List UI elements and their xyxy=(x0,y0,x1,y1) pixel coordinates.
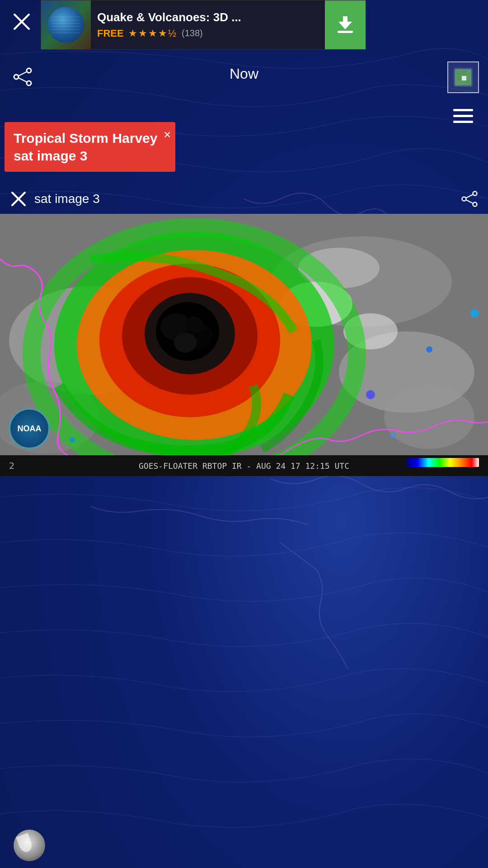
download-icon xyxy=(334,14,357,36)
svg-point-48 xyxy=(390,433,396,438)
svg-point-20 xyxy=(462,197,466,201)
now-label: Now xyxy=(230,66,258,82)
app-icon-bottom xyxy=(14,830,45,861)
panel-share-icon xyxy=(461,190,478,208)
svg-line-7 xyxy=(19,72,27,76)
panel-title: sat image 3 xyxy=(30,192,458,206)
share-button[interactable] xyxy=(9,63,36,90)
ad-subtitle: FREE ★★★★½ (138) xyxy=(97,28,319,39)
svg-point-47 xyxy=(470,309,479,317)
storm-label-tag: Tropical Storm Harvey sat image 3 × xyxy=(5,122,175,172)
svg-text:GOES-FLOATER RBTOP IR - AUG 24: GOES-FLOATER RBTOP IR - AUG 24 17 12:15 … xyxy=(139,461,349,471)
ad-free-label: FREE xyxy=(97,28,124,39)
svg-point-28 xyxy=(384,386,474,449)
satellite-image-container: 2 GOES-FLOATER RBTOP IR - AUG 24 17 12:1… xyxy=(0,214,488,476)
svg-rect-52 xyxy=(407,458,479,467)
ad-title: Quake & Volcanoes: 3D ... xyxy=(97,10,319,24)
share-icon xyxy=(13,67,33,87)
svg-point-5 xyxy=(27,81,31,85)
svg-rect-15 xyxy=(466,80,470,84)
svg-rect-0 xyxy=(338,31,353,33)
svg-rect-11 xyxy=(456,71,461,75)
menu-button[interactable] xyxy=(447,102,479,129)
ad-download-button[interactable] xyxy=(325,0,366,50)
panel-share-button[interactable] xyxy=(458,188,481,210)
svg-point-18 xyxy=(473,192,477,196)
panel-close-icon xyxy=(10,191,27,207)
bottom-app-bar xyxy=(0,823,488,868)
svg-marker-1 xyxy=(338,16,352,29)
ad-rating: (138) xyxy=(182,28,203,38)
storm-name-line2: sat image 3 xyxy=(14,148,87,163)
ad-stars: ★★★★½ xyxy=(128,28,177,39)
close-button-top[interactable] xyxy=(8,8,35,35)
ad-content: Quake & Volcanoes: 3D ... FREE ★★★★½ (13… xyxy=(91,6,325,43)
hamburger-icon xyxy=(453,109,473,123)
ad-banner[interactable]: Quake & Volcanoes: 3D ... FREE ★★★★½ (13… xyxy=(41,0,366,50)
svg-rect-13 xyxy=(456,76,461,80)
svg-point-19 xyxy=(473,203,477,207)
ad-globe-icon xyxy=(48,7,84,43)
noaa-badge: NOAA xyxy=(9,408,50,449)
svg-point-41 xyxy=(174,333,197,353)
svg-text:2: 2 xyxy=(9,460,14,471)
noaa-text: NOAA xyxy=(18,424,42,434)
ad-app-icon xyxy=(41,0,91,50)
tag-close-button[interactable]: × xyxy=(164,127,171,142)
svg-rect-12 xyxy=(462,71,466,75)
panel-close-button[interactable] xyxy=(7,188,30,210)
svg-line-21 xyxy=(466,194,473,198)
panel-header: sat image 3 xyxy=(0,188,488,210)
svg-point-44 xyxy=(70,437,75,443)
close-icon-top xyxy=(12,12,32,32)
svg-point-42 xyxy=(185,316,203,333)
svg-point-46 xyxy=(426,346,432,353)
svg-line-8 xyxy=(19,78,27,82)
storm-label-text: Tropical Storm Harvey sat image 3 xyxy=(14,129,157,165)
satellite-view-button[interactable] xyxy=(447,61,479,93)
svg-line-22 xyxy=(466,200,473,203)
svg-point-6 xyxy=(14,75,19,79)
storm-name-line1: Tropical Storm Harvey xyxy=(14,131,157,146)
image-panel: sat image 3 xyxy=(0,188,488,476)
svg-point-4 xyxy=(27,68,31,73)
hurricane-satellite-image: 2 GOES-FLOATER RBTOP IR - AUG 24 17 12:1… xyxy=(0,214,488,476)
satellite-icon xyxy=(453,67,474,88)
svg-point-45 xyxy=(366,390,375,399)
svg-rect-14 xyxy=(462,76,466,80)
